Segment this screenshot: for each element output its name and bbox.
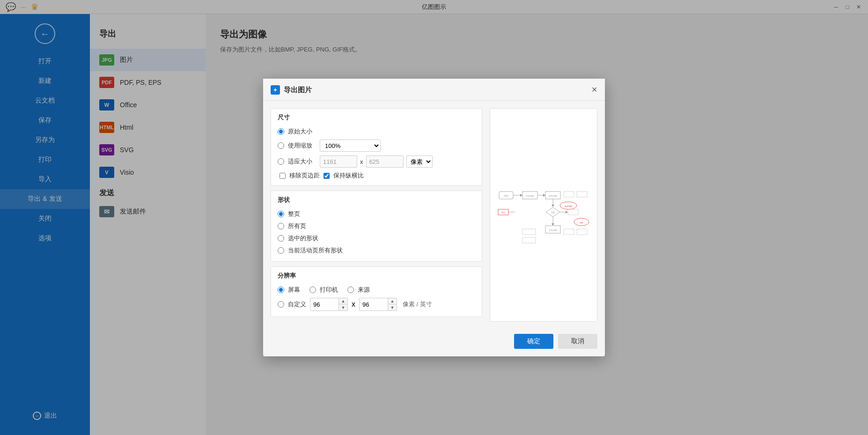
dpi-x-down-btn[interactable]: ▼ [339,304,347,310]
confirm-button[interactable]: 确定 [514,334,553,349]
resolution-source: 来源 [347,285,370,295]
svg-marker-4 [520,194,522,197]
shape-radio-current[interactable] [278,247,284,254]
cancel-button[interactable]: 取消 [558,334,597,349]
dpi-x-up-btn[interactable]: ▲ [339,298,347,304]
dialog-body: 尺寸 原始大小 使用缩放 100% [263,101,605,329]
svg-marker-8 [543,194,545,197]
dpi-y-down-btn[interactable]: ▼ [388,304,397,310]
size-radio-group: 原始大小 使用缩放 100% 适应大小 [278,126,475,169]
dialog-preview: 开始 处理步骤1 处理步骤2 [490,108,597,322]
shape-radio-selected[interactable] [278,235,284,242]
svg-text:判断: 判断 [551,211,555,214]
resolution-radio-source[interactable] [347,287,354,293]
size-radio-scale[interactable] [278,142,284,149]
dpi-y-up-btn[interactable]: ▲ [388,298,397,304]
size-section-title: 尺寸 [271,109,482,125]
width-input[interactable] [320,155,357,168]
svg-text:处理步骤2: 处理步骤2 [549,195,558,197]
size-inputs: x 像素 英寸 厘米 [320,155,433,168]
resolution-section-content: 屏幕 打印机 来源 [271,283,482,317]
shape-radio-allpages[interactable] [278,211,284,217]
shape-option-selected: 选中的形状 [278,233,475,243]
size-section: 尺寸 原始大小 使用缩放 100% [271,108,482,186]
resolution-section-title: 分辨率 [271,267,482,283]
dpi-x-spin: ▲ ▼ [338,298,347,310]
dpi-unit: 像素 / 英寸 [403,300,432,309]
resolution-custom: 自定义 [278,299,306,310]
resolution-radio-printer[interactable] [309,287,316,293]
shape-section-title: 形状 [271,191,482,207]
shape-option-current: 当前活动页所有形状 [278,245,475,256]
resolution-screen: 屏幕 [278,285,300,295]
dpi-y-input-group: ▲ ▼ [359,298,397,311]
dialog-left: 尺寸 原始大小 使用缩放 100% [271,108,482,322]
size-section-content: 原始大小 使用缩放 100% 适应大小 [271,125,482,185]
svg-rect-12 [577,192,587,197]
svg-text:起点: 起点 [501,211,505,214]
custom-resolution-row: 自定义 ▲ ▼ x [278,298,475,311]
svg-marker-24 [566,211,568,214]
shape-radio-group: 整页 所有页 选中的形状 [278,209,475,256]
svg-rect-25 [568,209,578,215]
shape-radio-all[interactable] [278,223,284,229]
svg-rect-29 [577,229,587,235]
dpi-y-spin: ▲ ▼ [388,298,397,310]
shape-option-all: 所有页 [278,221,475,231]
dialog-title: 导出图片 [284,86,588,95]
shape-option-allpages: 整页 [278,209,475,219]
shape-section-content: 整页 所有页 选中的形状 [271,207,482,261]
size-radio-original[interactable] [278,128,284,135]
svg-rect-33 [522,229,536,235]
svg-rect-11 [564,192,574,197]
margin-checkbox-row: 移除页边距 保持纵横比 [278,171,475,180]
resolution-section: 分辨率 屏幕 打印机 [271,266,482,317]
height-input[interactable] [366,155,404,168]
svg-text:条件判断: 条件判断 [565,205,572,207]
svg-text:开始: 开始 [504,194,508,197]
svg-rect-28 [564,229,574,235]
shape-section: 形状 整页 所有页 [271,191,482,262]
size-option-scale: 使用缩放 100% [278,139,475,153]
size-option-original: 原始大小 [278,126,475,137]
size-unit-select[interactable]: 像素 英寸 厘米 [406,155,433,168]
remove-margin-checkbox[interactable] [280,173,286,179]
svg-text:处理步骤1: 处理步骤1 [526,195,535,197]
dialog-header: 导出图片 ✕ [263,79,605,101]
keep-ratio-checkbox[interactable] [324,173,330,179]
dialog-header-icon [271,85,280,95]
dpi-x-input-group: ▲ ▼ [310,298,348,311]
size-option-fit: 适应大小 x 像素 英寸 厘米 [278,155,475,169]
resolution-radio-screen[interactable] [278,287,284,293]
export-dialog: 导出图片 ✕ 尺寸 原始大小 [263,79,605,356]
svg-marker-16 [552,205,554,207]
dpi-y-input[interactable] [360,298,388,310]
scale-select[interactable]: 100% [320,140,381,152]
resolution-radio-custom[interactable] [278,301,284,308]
svg-text:结果: 结果 [580,221,583,224]
svg-marker-20 [552,223,554,226]
dialog-footer: 确定 取消 [263,329,605,356]
dpi-x-input[interactable] [310,298,338,310]
preview-diagram-svg: 开始 处理步骤1 处理步骤2 [494,168,593,262]
resolution-printer: 打印机 [309,285,338,295]
size-radio-fit[interactable] [278,158,284,165]
svg-rect-34 [522,237,536,243]
dialog-close-button[interactable]: ✕ [591,86,597,94]
svg-text:处理步骤3: 处理步骤3 [549,229,558,231]
resolution-radio-row: 屏幕 打印机 来源 [278,285,475,295]
dialog-overlay: 导出图片 ✕ 尺寸 原始大小 [0,0,868,435]
